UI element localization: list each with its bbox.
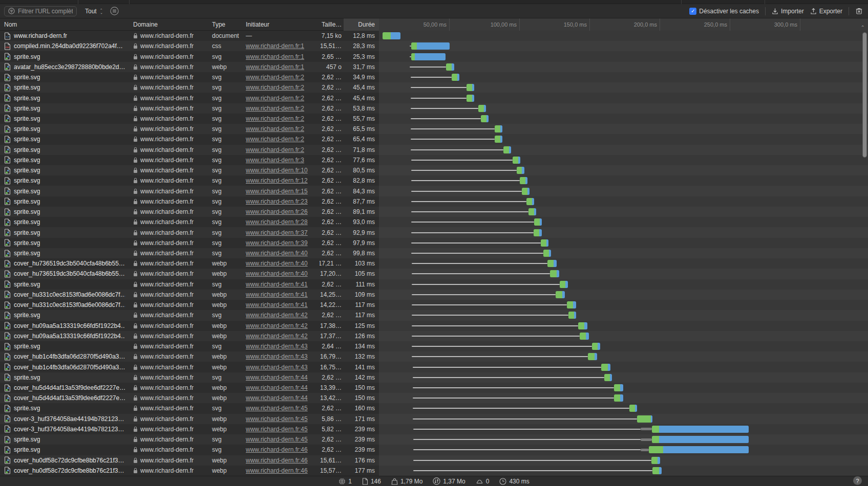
waterfall-bar[interactable] [588,353,597,360]
initiator-link[interactable]: www.richard-dern.fr:46 [246,446,308,453]
export-button[interactable]: Exporter [810,8,842,15]
table-row[interactable]: sprite.svgwww.richard-dern.frsvgwww.rich… [0,165,868,175]
initiator-link[interactable]: www.richard-dern.fr:40 [246,270,308,277]
waterfall-bar[interactable] [604,374,612,381]
waterfall-bar[interactable] [614,394,623,402]
initiator-link[interactable]: www.richard-dern.fr:42 [246,322,308,329]
column-header-taille[interactable]: Taille… [320,18,344,31]
waterfall-bar[interactable] [567,301,576,308]
initiator-link[interactable]: www.richard-dern.fr:12 [246,177,308,184]
initiator-link[interactable]: www.richard-dern.fr:2 [246,74,304,81]
table-row[interactable]: cover_hu0df58c72dc9cfbe8bb76c21f3…www.ri… [0,466,868,476]
waterfall-bar[interactable] [601,364,610,371]
table-row[interactable]: cover_hu331c0ec8153f0ad6e0086dc7f…www.ri… [0,300,868,310]
waterfall-bar[interactable] [547,260,557,267]
waterfall-bar[interactable] [467,84,474,91]
waterfall-bar[interactable] [651,457,661,464]
column-header-initiateur[interactable]: Initiateur [242,18,320,31]
initiator-link[interactable]: www.richard-dern.fr:43 [246,364,308,371]
initiator-link[interactable]: www.richard-dern.fr:45 [246,436,308,443]
waterfall-bar[interactable] [614,384,623,391]
table-row[interactable]: cover_hu09aa5a133319c66fd5f1922b4…www.ri… [0,321,868,331]
waterfall-bar[interactable] [568,312,576,319]
initiator-link[interactable]: www.richard-dern.fr:43 [246,343,308,350]
waterfall-bar[interactable] [503,146,511,153]
waterfall-bar[interactable] [411,42,450,50]
table-row[interactable]: cover_hub1c4fb3dfa06d2870f5d490a3…www.ri… [0,362,868,372]
table-row[interactable]: sprite.svgwww.richard-dern.frsvgwww.rich… [0,403,868,413]
table-row[interactable]: sprite.svgwww.richard-dern.frsvgwww.rich… [0,196,868,207]
waterfall-bar[interactable] [513,157,520,164]
waterfall-bar[interactable] [652,467,662,474]
initiator-link[interactable]: www.richard-dern.fr:28 [246,218,308,226]
table-row[interactable]: sprite.svgwww.richard-dern.frsvgwww.rich… [0,434,868,445]
table-row[interactable]: cover_hu331c0ec8153f0ad6e0086dc7f…www.ri… [0,290,868,300]
table-row[interactable]: sprite.svgwww.richard-dern.frsvgwww.rich… [0,341,868,351]
waterfall-bar[interactable] [652,436,749,443]
column-header-duree[interactable]: Durée [344,18,379,31]
import-button[interactable]: Importer [772,8,804,15]
waterfall-bar[interactable] [411,53,446,60]
table-row[interactable]: sprite.svgwww.richard-dern.frsvgwww.rich… [0,155,868,165]
initiator-link[interactable]: www.richard-dern.fr:2 [246,136,304,143]
table-row[interactable]: cover_hu09aa5a133319c66fd5f1922b4…www.ri… [0,331,868,341]
initiator-link[interactable]: www.richard-dern.fr:41 [246,281,308,288]
waterfall-bar[interactable] [517,167,524,174]
initiator-link[interactable]: www.richard-dern.fr:44 [246,374,308,381]
waterfall-bar[interactable] [550,270,559,277]
initiator-link[interactable]: www.richard-dern.fr:44 [246,394,308,402]
column-header-nom[interactable]: Nom [0,18,129,31]
waterfall-bar[interactable] [637,415,652,423]
resource-type-dropdown[interactable]: Tout ⌃⌃ [85,8,103,15]
help-button[interactable]: ? [853,476,862,485]
clear-network-items-button[interactable] [855,7,863,15]
initiator-link[interactable]: www.richard-dern.fr:44 [246,384,308,391]
waterfall-bar[interactable] [526,198,534,205]
waterfall-bar[interactable] [649,446,749,453]
table-row[interactable]: sprite.svgwww.richard-dern.frsvgwww.rich… [0,114,868,124]
table-row[interactable]: cover_hu5d4d4af13a53f9dee6df2227e…www.ri… [0,393,868,403]
waterfall-bar[interactable] [543,250,551,257]
table-row[interactable]: sprite.svgwww.richard-dern.frsvgwww.rich… [0,134,868,144]
waterfall-bar[interactable] [592,343,600,350]
initiator-link[interactable]: www.richard-dern.fr:42 [246,312,308,319]
table-row[interactable]: sprite.svgwww.richard-dern.frsvgwww.rich… [0,186,868,196]
table-row[interactable]: sprite.svgwww.richard-dern.frsvgwww.rich… [0,145,868,155]
initiator-link[interactable]: www.richard-dern.fr:1 [246,53,304,60]
initiator-link[interactable]: www.richard-dern.fr:2 [246,125,304,132]
table-row[interactable]: cover_hu0df58c72dc9cfbe8bb76c21f3…www.ri… [0,455,868,466]
initiator-link[interactable]: www.richard-dern.fr:37 [246,229,308,236]
initiator-link[interactable]: www.richard-dern.fr:41 [246,301,308,308]
waterfall-bar[interactable] [629,405,637,412]
initiator-link[interactable]: www.richard-dern.fr:3 [246,157,304,164]
table-row[interactable]: sprite.svgwww.richard-dern.frsvgwww.rich… [0,372,868,383]
initiator-link[interactable]: www.richard-dern.fr:23 [246,198,308,205]
initiator-link[interactable]: www.richard-dern.fr:40 [246,250,308,257]
initiator-link[interactable]: www.richard-dern.fr:45 [246,415,308,423]
vertical-scrollbar[interactable] [862,31,867,476]
table-row[interactable]: sprite.svgwww.richard-dern.frsvgwww.rich… [0,82,868,93]
waterfall-bar[interactable] [481,115,489,122]
table-row[interactable]: sprite.svgwww.richard-dern.frsvgwww.rich… [0,238,868,248]
initiator-link[interactable]: www.richard-dern.fr:39 [246,239,308,247]
waterfall-bar[interactable] [580,333,589,340]
waterfall-bar[interactable] [495,125,502,132]
initiator-link[interactable]: www.richard-dern.fr:10 [246,167,308,174]
column-header-domaine[interactable]: Domaine [129,18,208,31]
initiator-link[interactable]: www.richard-dern.fr:46 [246,457,308,464]
table-row[interactable]: cover-3_huf3764058ae44194b782123…www.ric… [0,414,868,424]
disable-caches-control[interactable]: ✓ Désactiver les caches [689,8,759,15]
initiator-link[interactable]: www.richard-dern.fr:2 [246,115,304,122]
waterfall-bar[interactable] [534,229,541,236]
table-row[interactable]: sprite.svgwww.richard-dern.frsvgwww.rich… [0,310,868,320]
scrollbar-thumb[interactable] [862,32,867,158]
waterfall-bar[interactable] [467,95,474,102]
waterfall-bar[interactable] [478,105,486,112]
table-row[interactable]: cover_hub1c4fb3dfa06d2870f5d490a3…www.ri… [0,351,868,362]
initiator-link[interactable]: www.richard-dern.fr:26 [246,208,308,215]
table-row[interactable]: cover-3_huf3764058ae44194b782123…www.ric… [0,424,868,434]
initiator-link[interactable]: www.richard-dern.fr:45 [246,405,308,412]
initiator-link[interactable]: www.richard-dern.fr:1 [246,42,304,50]
disable-caches-checkbox[interactable]: ✓ [689,8,696,15]
table-row[interactable]: sprite.svgwww.richard-dern.frsvgwww.rich… [0,72,868,82]
